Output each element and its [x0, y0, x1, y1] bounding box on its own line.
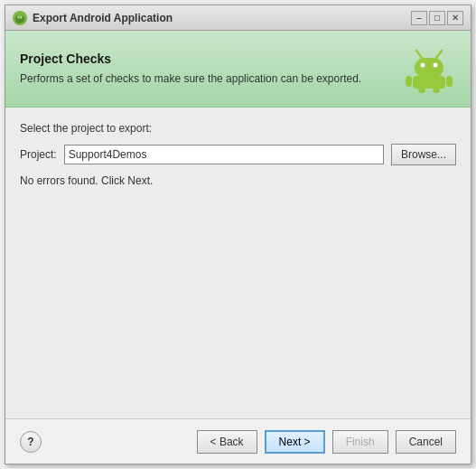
window-controls: – □ ✕ [411, 11, 463, 25]
content-area: Project Checks Performs a set of checks … [5, 31, 471, 418]
svg-rect-13 [433, 88, 440, 93]
svg-point-2 [18, 16, 19, 17]
select-project-label: Select the project to export: [20, 122, 456, 135]
body-section: Select the project to export: Project: B… [5, 108, 471, 418]
minimize-button[interactable]: – [411, 11, 427, 25]
main-window: Export Android Application – □ ✕ Project… [5, 5, 471, 464]
back-button[interactable]: < Back [197, 430, 257, 454]
title-bar: Export Android Application – □ ✕ [5, 5, 471, 31]
next-button[interactable]: Next > [265, 430, 325, 454]
header-section: Project Checks Performs a set of checks … [5, 31, 471, 108]
help-button[interactable]: ? [20, 431, 42, 453]
svg-rect-9 [413, 76, 445, 89]
project-input[interactable] [64, 145, 384, 164]
header-description: Performs a set of checks to make sure th… [20, 71, 402, 87]
svg-rect-4 [415, 58, 443, 78]
project-row: Project: Browse... [20, 144, 456, 165]
project-label: Project: [20, 148, 57, 161]
header-text: Project Checks Performs a set of checks … [20, 52, 402, 87]
svg-rect-12 [418, 88, 425, 93]
svg-line-8 [436, 51, 442, 58]
cancel-button[interactable]: Cancel [396, 430, 456, 454]
android-logo [402, 42, 456, 96]
status-text: No errors found. Click Next. [20, 174, 456, 187]
svg-point-3 [21, 16, 22, 17]
close-button[interactable]: ✕ [447, 11, 463, 25]
svg-point-6 [434, 63, 438, 68]
svg-rect-11 [446, 76, 453, 87]
svg-rect-1 [17, 14, 23, 19]
browse-button[interactable]: Browse... [391, 144, 456, 165]
header-title: Project Checks [20, 52, 402, 66]
window-icon [13, 11, 27, 25]
window-title: Export Android Application [33, 12, 406, 24]
finish-button[interactable]: Finish [332, 430, 388, 454]
footer: ? < Back Next > Finish Cancel [5, 418, 471, 464]
svg-line-7 [416, 51, 422, 58]
svg-rect-10 [406, 76, 412, 87]
svg-point-5 [421, 63, 425, 68]
maximize-button[interactable]: □ [429, 11, 445, 25]
